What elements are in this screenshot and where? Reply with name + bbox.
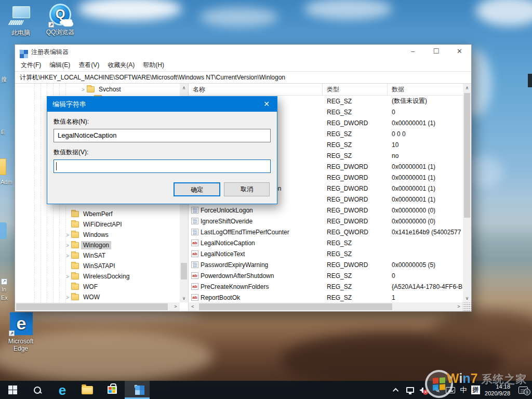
tray-volume-button[interactable]: ✕: [417, 381, 430, 399]
column-header-name[interactable]: 名称: [189, 84, 323, 95]
tray-expand-button[interactable]: [390, 381, 403, 399]
folder-icon: [71, 221, 79, 228]
action-center-button[interactable]: 1: [514, 381, 532, 399]
network-display-icon: [406, 387, 414, 393]
tree-item-wbemperf[interactable]: WbemPerf: [15, 209, 180, 219]
tree-item-windows[interactable]: >Windows: [15, 230, 180, 240]
value-row[interactable]: abPreCreateKnownFoldersREG_SZ{A520A1A4-1…: [189, 281, 471, 292]
window-titlebar[interactable]: 注册表编辑器 – ☐ ✕: [15, 45, 471, 59]
tray-pen-button[interactable]: ✎: [430, 381, 444, 399]
ime-mode-indicator[interactable]: 中: [457, 385, 470, 395]
pen-icon: ✎: [434, 385, 441, 395]
menu-item[interactable]: 编辑(E): [45, 59, 74, 71]
taskbar-regedit-button[interactable]: [125, 381, 150, 399]
ok-button[interactable]: 确定: [174, 182, 220, 196]
value-row[interactable]: abLegalNoticeCaptionREG_SZ: [189, 237, 471, 248]
clipped-icon-label: E: [1, 129, 5, 135]
edge-icon: e: [59, 382, 66, 398]
clipped-folder-icon[interactable]: [0, 158, 6, 175]
column-header-type[interactable]: 类型: [323, 84, 388, 95]
tree-item-wow[interactable]: >WOW: [15, 292, 180, 302]
cloud: [200, 7, 278, 27]
expand-arrow-icon[interactable]: >: [64, 253, 71, 259]
maximize-button[interactable]: ☐: [424, 45, 448, 59]
value-data: (数值未设置): [388, 97, 471, 105]
tree-item-wirelessdocking[interactable]: >WirelessDocking: [15, 271, 180, 282]
tree-item-wifidirectapi[interactable]: WiFiDirectAPI: [15, 219, 180, 230]
taskbar-clock[interactable]: 14:18 2020/9/28: [482, 383, 514, 397]
scroll-down-icon[interactable]: ∨: [463, 294, 471, 302]
expand-arrow-icon[interactable]: >: [64, 274, 71, 280]
expand-arrow-icon[interactable]: >: [64, 243, 71, 248]
scroll-up-icon[interactable]: ∧: [180, 84, 188, 92]
value-type: REG_SZ: [323, 130, 388, 138]
scroll-left-icon[interactable]: <: [189, 302, 197, 311]
value-row[interactable]: abReportBootOkREG_SZ1: [189, 292, 471, 303]
list-vertical-scrollbar[interactable]: ∧ ∨: [463, 84, 471, 302]
clipped-shortcut-icon[interactable]: ↗: [1, 278, 7, 285]
list-horizontal-scrollbar[interactable]: < >: [189, 302, 463, 311]
tree-horizontal-scrollbar[interactable]: >: [15, 302, 180, 311]
value-type: REG_DWORD: [323, 119, 388, 127]
value-type: REG_DWORD: [323, 218, 388, 225]
clipped-blue-icon[interactable]: [0, 222, 7, 239]
desktop-icon-edge[interactable]: e ↗ Microsoft Edge: [1, 312, 41, 352]
menu-item[interactable]: 文件(F): [17, 59, 45, 71]
tree-item-winlogon[interactable]: >Winlogon: [15, 240, 180, 250]
desktop-icon-this-pc[interactable]: 此电脑: [1, 4, 41, 37]
icon-label: 此电脑: [1, 29, 41, 37]
string-value-icon: ab: [191, 250, 198, 257]
value-row[interactable]: abLegalNoticeTextREG_SZ: [189, 248, 471, 259]
value-row[interactable]: 011110LastLogOffEndTimePerfCounterREG_QW…: [189, 227, 471, 237]
expand-arrow-icon[interactable]: >: [79, 87, 87, 92]
value-name-field[interactable]: LegalNoticeCaption: [54, 129, 271, 142]
column-header-data[interactable]: 数据: [388, 84, 471, 95]
taskbar-store-button[interactable]: [100, 381, 125, 399]
value-row[interactable]: 011110ForceUnlockLogonREG_DWORD0x0000000…: [189, 205, 471, 216]
value-data: 0x00000001 (1): [388, 174, 471, 181]
desktop-icon-qq-browser[interactable]: Q ↗ QQ浏览器: [41, 4, 80, 37]
list-header[interactable]: 名称 类型 数据: [189, 84, 471, 96]
value-type: REG_DWORD: [323, 185, 388, 192]
scroll-right-icon[interactable]: >: [171, 302, 180, 311]
close-button[interactable]: ✕: [448, 45, 471, 59]
resize-grip[interactable]: [463, 302, 471, 311]
tree-item-winsat[interactable]: >WinSAT: [15, 250, 180, 261]
expand-arrow-icon[interactable]: >: [64, 295, 71, 300]
dialog-title: 编辑字符串: [52, 100, 86, 109]
taskbar-edge-button[interactable]: e: [50, 381, 75, 399]
minimize-button[interactable]: –: [401, 45, 424, 59]
value-row[interactable]: 011110PasswordExpiryWarningREG_DWORD0x00…: [189, 259, 471, 270]
dialog-close-icon[interactable]: ✕: [256, 97, 277, 112]
value-row[interactable]: abPowerdownAfterShutdownREG_SZ0: [189, 270, 471, 281]
scroll-down-icon[interactable]: ∨: [180, 294, 188, 302]
scroll-right-icon[interactable]: >: [455, 302, 463, 311]
taskbar-explorer-button[interactable]: [75, 381, 100, 399]
notification-badge: 1: [524, 389, 530, 395]
address-bar[interactable]: 计算机\HKEY_LOCAL_MACHINE\SOFTWARE\Microsof…: [15, 71, 471, 84]
tray-network-button[interactable]: [403, 381, 417, 399]
start-button[interactable]: [0, 381, 25, 399]
tree-item-svchost[interactable]: >Svchost: [15, 84, 180, 95]
value-row[interactable]: 011110IgnoreShiftOverideREG_DWORD0x00000…: [189, 216, 471, 227]
taskbar-search-button[interactable]: [25, 381, 50, 399]
clipped-right-edge-icon: [528, 74, 532, 87]
mute-x-icon: ✕: [423, 390, 428, 395]
tree-item-label: WOF: [81, 283, 100, 291]
value-type: REG_SZ: [323, 250, 388, 258]
value-data-input[interactable]: [54, 159, 271, 173]
folder-icon: [71, 211, 79, 217]
menu-item[interactable]: 收藏夹(A): [103, 59, 139, 71]
dialog-titlebar[interactable]: 编辑字符串 ✕: [47, 97, 277, 112]
menu-item[interactable]: 帮助(H): [139, 59, 168, 71]
tray-touch-keyboard-button[interactable]: [444, 381, 457, 399]
tree-item-winsatapi[interactable]: WinSATAPI: [15, 261, 180, 271]
folder-icon: [71, 242, 79, 248]
menu-item[interactable]: 查看(V): [74, 59, 103, 71]
scroll-up-icon[interactable]: ∧: [463, 84, 471, 92]
expand-arrow-icon[interactable]: >: [64, 232, 71, 238]
tree-item-wof[interactable]: WOF: [15, 282, 180, 292]
pinyin-indicator[interactable]: 拼: [471, 385, 480, 394]
cancel-button[interactable]: 取消: [224, 182, 270, 196]
shortcut-arrow-icon: ↗: [48, 22, 54, 28]
